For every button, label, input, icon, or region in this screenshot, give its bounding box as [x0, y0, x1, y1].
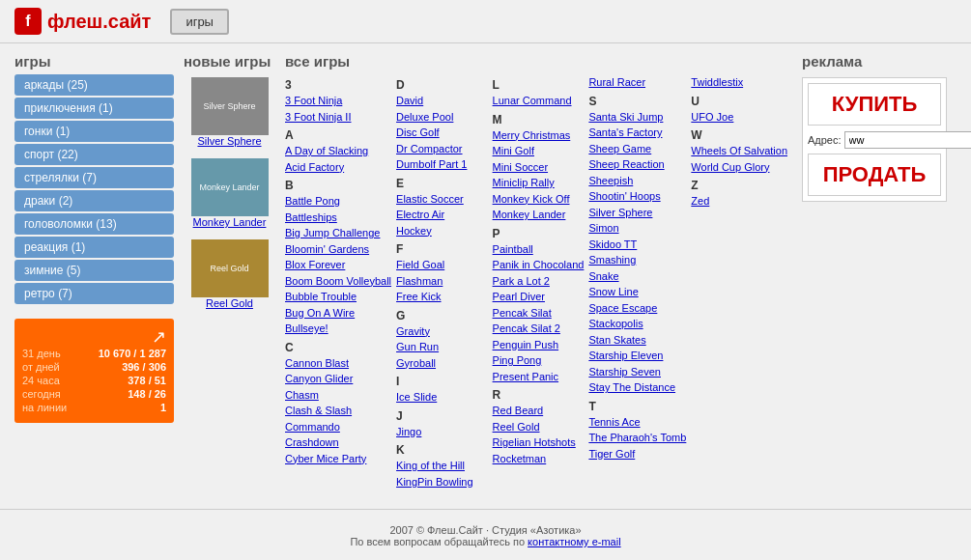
sidebar-item[interactable]: головоломки (13): [14, 213, 174, 235]
game-link[interactable]: Starship Eleven: [588, 348, 686, 364]
game-link[interactable]: Bug On A Wire: [285, 305, 391, 322]
game-link[interactable]: Dr Compactor: [396, 141, 488, 157]
game-thumb-label[interactable]: Silver Sphere: [184, 135, 275, 147]
sidebar-item[interactable]: зимние (5): [14, 260, 174, 281]
game-link[interactable]: Cyber Mice Party: [285, 451, 391, 467]
game-link[interactable]: Smashing: [588, 252, 686, 268]
game-link[interactable]: Canyon Glider: [285, 371, 391, 387]
game-link[interactable]: Acid Factory: [285, 159, 391, 176]
game-link[interactable]: Hockey: [396, 223, 488, 239]
game-link[interactable]: Skidoo TT: [588, 237, 686, 253]
game-link[interactable]: Jingo: [396, 424, 488, 440]
nav-games-button[interactable]: игры: [170, 9, 229, 35]
game-link[interactable]: Stay The Distance: [588, 379, 686, 396]
sidebar-item[interactable]: драки (2): [14, 190, 174, 211]
game-link[interactable]: Tennis Ace: [588, 414, 686, 431]
game-link[interactable]: Wheels Of Salvation: [691, 143, 787, 159]
game-link[interactable]: Merry Christmas: [493, 127, 585, 144]
game-link[interactable]: Commando: [285, 419, 391, 435]
game-link[interactable]: Tiger Golf: [588, 446, 686, 462]
game-link[interactable]: Silver Sphere: [588, 205, 686, 221]
game-link[interactable]: UFO Joe: [691, 109, 787, 126]
game-link[interactable]: Battle Pong: [285, 193, 391, 210]
game-link[interactable]: Bloomin' Gardens: [285, 241, 391, 258]
game-link[interactable]: Bubble Trouble: [285, 289, 391, 305]
game-link[interactable]: Space Escape: [588, 300, 686, 317]
game-thumb-label[interactable]: Monkey Lander: [184, 216, 275, 228]
game-link[interactable]: Crashdown: [285, 434, 391, 451]
game-thumb[interactable]: Reel GoldReel Gold: [184, 239, 275, 309]
game-thumb[interactable]: Silver SphereSilver Sphere: [184, 77, 275, 147]
ad-address-input[interactable]: [844, 131, 971, 149]
game-link[interactable]: Twiddlestix: [691, 74, 787, 91]
game-link[interactable]: Zed: [691, 193, 787, 210]
game-link[interactable]: World Cup Glory: [691, 159, 787, 176]
game-link[interactable]: 3 Foot Ninja: [285, 93, 391, 109]
game-link[interactable]: Field Goal: [396, 257, 488, 273]
game-link[interactable]: Simon: [588, 220, 686, 237]
game-link[interactable]: Santa's Factory: [588, 125, 686, 141]
game-link[interactable]: Santa Ski Jump: [588, 109, 686, 126]
game-thumb-label[interactable]: Reel Gold: [184, 297, 275, 309]
game-link[interactable]: Blox Forever: [285, 257, 391, 273]
game-link[interactable]: Elastic Soccer: [396, 191, 488, 208]
game-link[interactable]: Red Beard: [493, 403, 585, 419]
game-link[interactable]: Big Jump Challenge: [285, 225, 391, 241]
game-link[interactable]: Snake: [588, 268, 686, 285]
game-thumb[interactable]: Monkey LanderMonkey Lander: [184, 158, 275, 228]
game-link[interactable]: Rural Racer: [588, 74, 686, 91]
sidebar-item[interactable]: приключения (1): [14, 98, 174, 119]
game-link[interactable]: Bullseye!: [285, 321, 391, 337]
game-link[interactable]: Starship Seven: [588, 364, 686, 380]
game-link[interactable]: Gyroball: [396, 355, 488, 372]
game-link[interactable]: Ice Slide: [396, 389, 488, 406]
game-link[interactable]: Deluxe Pool: [396, 109, 488, 126]
game-link[interactable]: Electro Air: [396, 207, 488, 223]
game-link[interactable]: Free Kick: [396, 289, 488, 305]
game-link[interactable]: Cannon Blast: [285, 355, 391, 372]
game-link[interactable]: Dumbolf Part 1: [396, 156, 488, 173]
sidebar-item[interactable]: ретро (7): [14, 283, 174, 304]
game-link[interactable]: Pearl Diver: [493, 289, 585, 305]
game-link[interactable]: Rocketman: [493, 451, 585, 467]
game-link[interactable]: Panik in Chocoland: [493, 257, 585, 273]
game-link[interactable]: Pencak Silat: [493, 305, 585, 322]
game-link[interactable]: King of the Hill: [396, 458, 488, 474]
game-link[interactable]: The Pharaoh's Tomb: [588, 430, 686, 446]
game-link[interactable]: Gravity: [396, 323, 488, 340]
game-link[interactable]: A Day of Slacking: [285, 143, 391, 159]
game-link[interactable]: Gun Run: [396, 339, 488, 355]
game-link[interactable]: Disc Golf: [396, 125, 488, 141]
game-link[interactable]: Clash & Slash: [285, 403, 391, 419]
game-link[interactable]: Pencak Silat 2: [493, 321, 585, 337]
game-link[interactable]: 3 Foot Ninja II: [285, 109, 391, 126]
game-link[interactable]: Sheep Game: [588, 141, 686, 157]
game-link[interactable]: Battleships: [285, 210, 391, 226]
game-link[interactable]: Mini Soccer: [493, 159, 585, 176]
game-link[interactable]: KingPin Bowling: [396, 474, 488, 490]
game-link[interactable]: Ping Pong: [493, 352, 585, 369]
game-link[interactable]: Snow Line: [588, 284, 686, 300]
game-link[interactable]: Paintball: [493, 241, 585, 258]
game-link[interactable]: Sheep Reaction: [588, 156, 686, 173]
game-link[interactable]: Boom Boom Volleyball: [285, 273, 391, 290]
game-link[interactable]: Stan Skates: [588, 332, 686, 349]
sidebar-item[interactable]: стрелялки (7): [14, 167, 174, 188]
game-link[interactable]: Present Panic: [493, 369, 585, 385]
game-link[interactable]: Flashman: [396, 273, 488, 290]
game-link[interactable]: Park a Lot 2: [493, 273, 585, 290]
game-link[interactable]: Monkey Lander: [493, 207, 585, 223]
game-link[interactable]: Chasm: [285, 387, 391, 404]
sidebar-item[interactable]: аркады (25): [14, 74, 174, 96]
game-link[interactable]: Mini Golf: [493, 143, 585, 159]
game-link[interactable]: Penguin Push: [493, 337, 585, 353]
sidebar-item[interactable]: гонки (1): [14, 121, 174, 142]
game-link[interactable]: David: [396, 93, 488, 109]
game-link[interactable]: Rigelian Hotshots: [493, 434, 585, 451]
ad-buy-button[interactable]: КУПИТЬ: [808, 83, 941, 126]
game-link[interactable]: Stackopolis: [588, 316, 686, 332]
game-link[interactable]: Lunar Command: [493, 93, 585, 109]
game-link[interactable]: Miniclip Rally: [493, 175, 585, 191]
game-link[interactable]: Sheepish: [588, 173, 686, 189]
game-link[interactable]: Reel Gold: [493, 419, 585, 435]
